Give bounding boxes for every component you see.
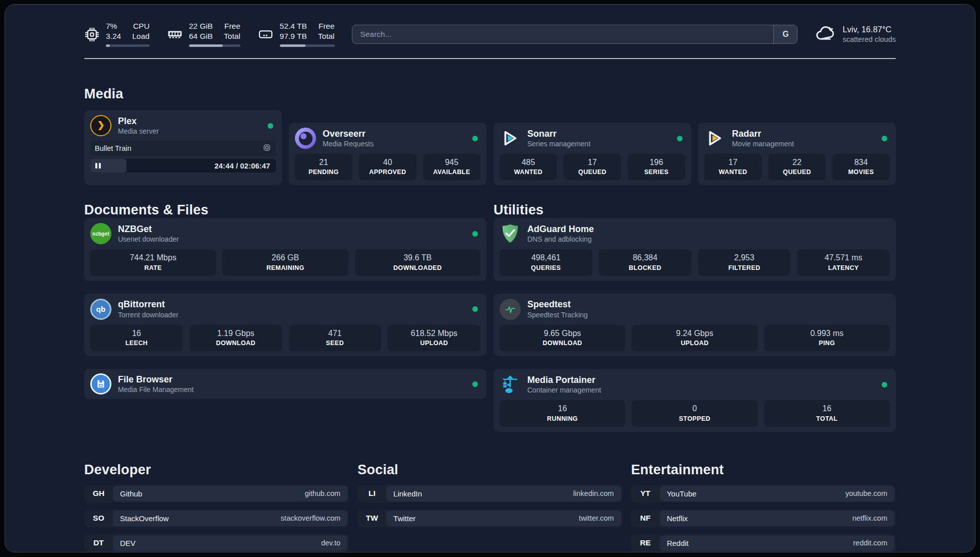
plex-card[interactable]: Plex Media server Bullet Train [84,110,282,185]
radarr-icon [704,128,725,149]
documents-column: Documents & Files nzbget NZBGet Usenet d… [84,202,486,399]
disk-total-value: 97.9 TB [280,32,307,41]
stat-tile: 17QUEUED [564,154,621,180]
stat-tile: 86,384BLOCKED [599,249,692,275]
stat-tile: 21PENDING [295,154,352,180]
qbittorrent-icon: qb [90,299,111,320]
plex-now-playing: Bullet Train 24:44 / 02:06:47 [90,141,276,173]
developer-bookmarks: Developer GH Github github.com SO StackO… [84,462,349,552]
pause-icon[interactable] [95,163,101,169]
status-dot [882,382,887,387]
app-description: Media server [118,127,261,136]
stat-tile: 498,461QUERIES [500,249,592,275]
stat-tile: 47.571 msLATENCY [797,249,890,275]
bookmark-dev[interactable]: DT DEV dev.to [84,534,349,552]
bookmark-reddit[interactable]: RE Reddit reddit.com [631,534,896,552]
sonarr-card[interactable]: Sonarr Series management 485WANTED 17QUE… [494,123,691,185]
adguard-card[interactable]: AdGuard Home DNS and adblocking 498,461Q… [494,218,896,281]
radarr-card[interactable]: Radarr Movie management 17WANTED 22QUEUE… [698,123,896,185]
stat-tile: 1.19 GbpsDOWNLOAD [190,325,282,351]
app-description: Series management [527,140,670,149]
portainer-card[interactable]: Media Portainer Container management 16R… [494,369,896,431]
cpu-label: CPU [132,22,149,31]
stat-tile: 485WANTED [500,154,557,180]
stat-tile: 945AVAILABLE [423,154,480,180]
bookmark-abbr: DT [84,534,113,552]
nzbget-icon: nzbget [90,223,111,244]
cpu-progress-bar [106,44,150,47]
bookmark-abbr: RE [631,534,660,552]
session-icon[interactable] [263,143,271,154]
search-engine-button[interactable]: G [773,25,797,43]
sonarr-icon [500,128,521,149]
overseerr-card[interactable]: Overseerr Media Requests 21PENDING 40APP… [289,123,486,185]
speedtest-card[interactable]: Speedtest Speedtest Tracking 9.65 GbpsDO… [494,294,896,356]
status-dot [472,381,478,387]
ram-total-value: 64 GiB [189,32,213,41]
filebrowser-card[interactable]: File Browser Media File Management [84,369,486,399]
bookmark-netflix[interactable]: NF Netflix netflix.com [631,510,896,527]
section-title-documents: Documents & Files [84,202,486,218]
plex-icon [90,115,111,136]
stat-tile: 266 GBREMAINING [222,249,348,275]
weather-location: Lviv, 16.87°C [842,24,896,35]
app-description: Media Requests [323,140,466,149]
app-description: Usenet downloader [118,235,466,244]
disk-free-label: Free [318,22,335,31]
search-input[interactable] [352,25,774,43]
bookmark-linkedin[interactable]: LI LinkedIn linkedin.com [357,485,622,503]
app-name: qBittorrent [118,299,466,310]
status-dot [677,136,683,141]
app-description: Container management [527,386,875,395]
stat-tile: 16RUNNING [500,400,625,426]
cloud-icon [815,23,836,46]
bookmark-name: Github [120,489,142,498]
ram-progress-bar [189,44,240,47]
app-name: Radarr [732,128,875,140]
disk-free-value: 52.4 TB [280,22,307,31]
bookmark-url: github.com [304,489,340,497]
header-divider [84,58,896,59]
nzbget-card[interactable]: nzbget NZBGet Usenet downloader 744.21 M… [84,218,486,281]
stat-tile: 834MOVIES [832,154,890,180]
stat-tile: 2,953FILTERED [698,249,791,275]
app-description: Speedtest Tracking [527,311,890,320]
disk-icon [258,26,274,42]
bookmark-url: reddit.com [853,539,887,547]
section-title-media: Media [84,86,896,102]
search-bar: G [352,25,798,44]
cpu-usage-value: 7% [106,22,121,31]
bookmark-abbr: SO [84,510,113,527]
dashboard-window: 7% CPU 3.24 Load 22 G [5,4,975,552]
now-playing-title: Bullet Train [95,144,132,152]
entertainment-bookmarks: Entertainment YT YouTube youtube.com NF … [631,462,896,552]
bookmark-github[interactable]: GH Github github.com [84,485,349,503]
app-name: AdGuard Home [527,224,890,235]
status-dot [268,123,273,129]
adguard-icon [500,223,521,244]
bookmark-name: Reddit [667,539,689,547]
app-name: Plex [118,116,261,127]
utilities-column: Utilities AdGuard Home DNS and [494,202,896,431]
bookmark-url: stackoverflow.com [281,514,340,522]
app-name: Overseerr [323,128,466,140]
bookmark-twitter[interactable]: TW Twitter twitter.com [357,510,622,527]
stat-tile: 39.6 TBDOWNLOADED [355,249,480,275]
cpu-load-value: 3.24 [106,32,121,41]
playback-time: 24:44 / 02:06:47 [215,159,270,173]
status-dot [472,306,478,312]
app-description: DNS and adblocking [527,235,890,244]
stat-tile: 618.52 MbpsUPLOAD [388,325,480,351]
bookmark-youtube[interactable]: YT YouTube youtube.com [631,485,896,503]
qbittorrent-card[interactable]: qb qBittorrent Torrent downloader 16LEEC… [84,294,486,356]
bookmark-name: StackOverflow [120,514,169,523]
bookmark-url: netflix.com [852,514,887,522]
stat-tile: 16TOTAL [764,400,890,426]
weather-widget: Lviv, 16.87°C scattered clouds [815,23,896,46]
bookmark-stackoverflow[interactable]: SO StackOverflow stackoverflow.com [84,510,349,527]
disk-stat-widget: 52.4 TB Free 97.9 TB Total [258,22,335,47]
bookmark-url: twitter.com [579,514,614,522]
cpu-icon [84,27,100,42]
playback-progress-bar: 24:44 / 02:06:47 [90,159,276,173]
search-engine-label: G [782,30,788,39]
